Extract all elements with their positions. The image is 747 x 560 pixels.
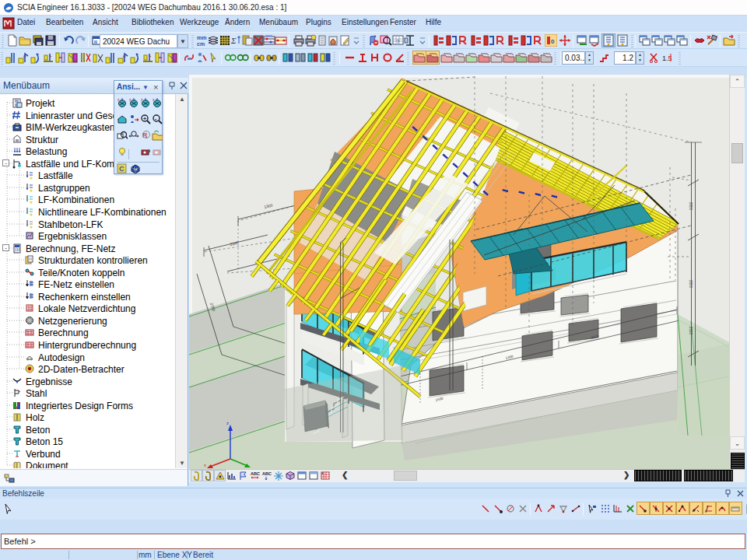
svg-text:-: - [155,116,157,121]
svg-text:ABC: ABC [262,471,272,476]
svg-text:?: ? [396,38,400,45]
svg-text:z: z [226,421,229,425]
svg-text:+: + [143,116,146,121]
svg-text:Σ: Σ [230,36,237,45]
svg-text:C: C [119,165,124,173]
svg-text:0: 0 [551,38,555,45]
svg-text:x: x [204,463,206,467]
svg-text:N: N [134,166,137,171]
svg-text:mm: mm [197,35,206,40]
svg-text:2520: 2520 [689,327,693,335]
svg-text:cm: cm [197,41,205,47]
svg-text:2800: 2800 [689,202,693,211]
svg-text:ABC: ABC [251,471,260,476]
svg-text:2800: 2800 [689,280,693,289]
